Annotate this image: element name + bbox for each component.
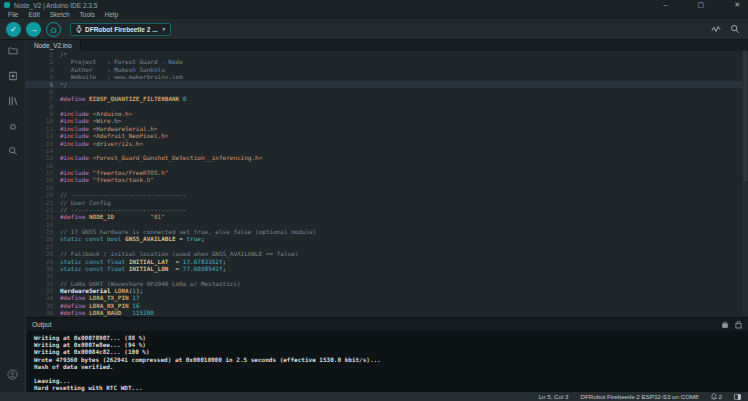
code-line[interactable]: 26static const bool GNSS_AVAILABLE = tru… [26, 235, 748, 242]
code-line[interactable]: 18#include "freertos/task.h" [26, 176, 748, 183]
line-number: 5 [26, 81, 60, 88]
library-manager-icon[interactable] [7, 95, 18, 106]
notifications-bell[interactable]: 2 [711, 393, 722, 400]
code-text: #include <Wire.h> [60, 117, 121, 124]
account-icon[interactable] [7, 369, 18, 380]
code-line[interactable]: 2 Project : Forest Guard - Node [26, 58, 748, 65]
code-line[interactable]: 25// If GNSS hardware is connected set t… [26, 228, 748, 235]
code-line[interactable]: 22// -------------------------------- [26, 206, 748, 213]
code-line[interactable]: 27 [26, 243, 748, 250]
line-number: 22 [26, 206, 60, 213]
code-line[interactable]: 4 Website : www.makerbrains.com [26, 73, 748, 80]
notification-count: 2 [719, 393, 722, 400]
tab-node-v2[interactable]: Node_V2.ino [26, 40, 81, 51]
code-line[interactable]: 9#include <Arduino.h> [26, 110, 748, 117]
code-line[interactable]: 6 [26, 88, 748, 95]
line-number: 11 [26, 125, 60, 132]
code-text: static const bool GNSS_AVAILABLE = true; [60, 235, 205, 242]
code-line[interactable]: 7#define EIDSP_QUANTIZE_FILTERBANK 0 [26, 95, 748, 102]
code-text: HardwareSerial LORA(1); [60, 287, 143, 294]
board-port-status[interactable]: DFRobot Firebeetle 2 ESP32-S3 on COM8 [581, 393, 699, 400]
code-line[interactable]: 33HardwareSerial LORA(1); [26, 287, 748, 294]
menu-file[interactable]: File [3, 11, 23, 18]
close-icon[interactable]: ✕ [734, 0, 740, 10]
code-line[interactable]: 34#define LORA_TX_PIN 17 [26, 294, 748, 301]
editor-scrollbar[interactable] [742, 51, 748, 317]
code-editor[interactable]: 1/*2 Project : Forest Guard - Node3 Auth… [26, 51, 748, 317]
debug-button[interactable] [46, 22, 61, 37]
code-line[interactable]: 14 [26, 147, 748, 154]
code-line[interactable]: 32// LoRa UART (Waveshare RP2040 LoRa w/… [26, 280, 748, 287]
scrollbar-thumb[interactable] [743, 51, 747, 181]
code-text: // -------------------------------- [60, 191, 186, 198]
line-number: 26 [26, 235, 60, 242]
code-line[interactable]: 23#define NODE_ID "01" [26, 213, 748, 220]
code-line[interactable]: 1/* [26, 51, 748, 58]
boards-manager-icon[interactable] [7, 70, 18, 81]
code-text: #include "freertos/task.h" [60, 176, 154, 183]
code-line[interactable]: 29static const float INITIAL_LAT = 17.67… [26, 258, 748, 265]
code-line[interactable]: 3 Author : Mukesh Sankhla [26, 66, 748, 73]
code-line[interactable]: 19 [26, 184, 748, 191]
board-selector-label: DFRobot Firebeetle 2 ... [85, 26, 158, 33]
code-line[interactable]: 36#define LORA_BAUD 115200 [26, 309, 748, 316]
code-line[interactable]: 13#include <driver/i2s.h> [26, 140, 748, 147]
code-text: Project : Forest Guard - Node [60, 58, 183, 65]
code-text: Website : www.makerbrains.com [60, 73, 183, 80]
output-panel: Output Writing at 0x00078907... (88 %)Wr… [26, 317, 748, 392]
minimize-icon[interactable]: – [664, 0, 668, 10]
line-number: 32 [26, 280, 60, 287]
code-line[interactable]: 17#include "freertos/FreeRTOS.h" [26, 169, 748, 176]
serial-monitor-icon[interactable] [730, 24, 740, 34]
code-line[interactable]: 12#include <Adafruit_NeoPixel.h> [26, 132, 748, 139]
code-line[interactable]: 28// Fallback / initial location (used w… [26, 250, 748, 257]
code-line[interactable]: 24 [26, 221, 748, 228]
menu-tools[interactable]: Tools [75, 11, 100, 18]
verify-button[interactable]: ✓ [6, 22, 21, 37]
line-number: 31 [26, 272, 60, 279]
code-line[interactable]: 15#include <Forest_Guard_Gunshot_Detecti… [26, 154, 748, 161]
code-line[interactable]: 16 [26, 162, 748, 169]
code-line[interactable]: 10#include <Wire.h> [26, 117, 748, 124]
code-line[interactable]: 5*/ [26, 81, 748, 88]
code-text: #define LORA_RX_PIN 16 [60, 302, 140, 309]
menu-help[interactable]: Help [100, 11, 123, 18]
code-line[interactable]: 8 [26, 103, 748, 110]
search-icon[interactable] [7, 145, 18, 156]
cursor-position[interactable]: Ln 5, Col 3 [539, 393, 569, 400]
code-text: #define NODE_ID "01" [60, 213, 165, 220]
code-text: #define EIDSP_QUANTIZE_FILTERBANK 0 [60, 95, 186, 102]
serial-plotter-icon[interactable] [711, 24, 721, 34]
check-icon: ✓ [10, 25, 17, 34]
line-number: 29 [26, 258, 60, 265]
maximize-icon[interactable]: ▢ [698, 0, 705, 10]
clear-output-icon[interactable] [721, 321, 729, 329]
code-line[interactable]: 30static const float INITIAL_LON = 77.60… [26, 265, 748, 272]
output-title: Output [32, 321, 52, 328]
code-line[interactable]: 31 [26, 272, 748, 279]
sketchbook-icon[interactable] [7, 45, 18, 56]
debug-panel-icon[interactable] [7, 120, 18, 131]
code-text: #include <Arduino.h> [60, 110, 132, 117]
menu-sketch[interactable]: Sketch [45, 11, 75, 18]
notifications-panel-icon[interactable] [734, 394, 741, 400]
output-console[interactable]: Writing at 0x00078907... (88 %)Writing a… [26, 331, 748, 392]
code-line[interactable]: 35#define LORA_RX_PIN 16 [26, 302, 748, 309]
line-number: 2 [26, 58, 60, 65]
code-text: // If GNSS hardware is connected set tru… [60, 228, 316, 235]
line-number: 4 [26, 73, 60, 80]
upload-button[interactable]: → [26, 22, 41, 37]
board-selector[interactable]: DFRobot Firebeetle 2 ... ▾ [70, 23, 171, 36]
line-number: 12 [26, 132, 60, 139]
code-line[interactable]: 21// User Config [26, 199, 748, 206]
line-number: 28 [26, 250, 60, 257]
code-line[interactable]: 20// -------------------------------- [26, 191, 748, 198]
toggle-autoscroll-lock-icon[interactable] [735, 320, 742, 329]
code-line[interactable]: 11#include <HardwareSerial.h> [26, 125, 748, 132]
line-number: 10 [26, 117, 60, 124]
code-text: // LoRa UART (Waveshare RP2040 LoRa w/ M… [60, 280, 241, 287]
menu-edit[interactable]: Edit [23, 11, 44, 18]
bug-icon [49, 25, 58, 34]
line-number: 35 [26, 302, 60, 309]
editor-code: 1/*2 Project : Forest Guard - Node3 Auth… [26, 51, 748, 317]
